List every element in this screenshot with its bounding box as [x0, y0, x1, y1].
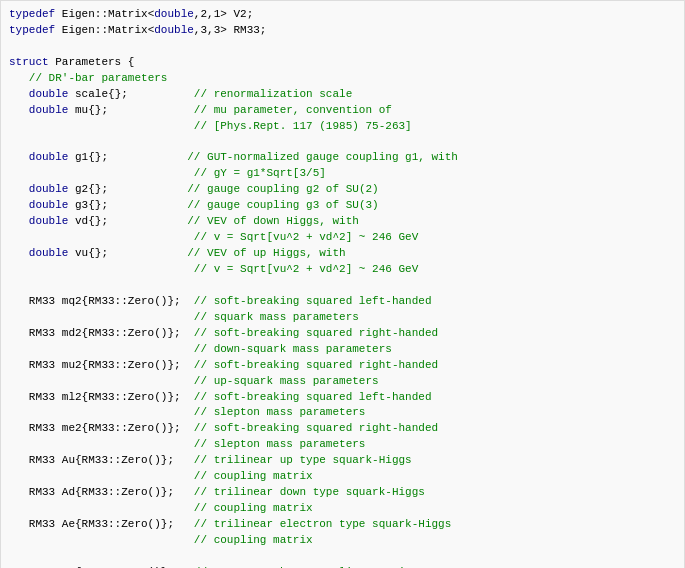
code-content: typedef Eigen::Matrix<double,2,1> V2; ty…: [9, 7, 676, 568]
code-editor: typedef Eigen::Matrix<double,2,1> V2; ty…: [0, 0, 685, 568]
